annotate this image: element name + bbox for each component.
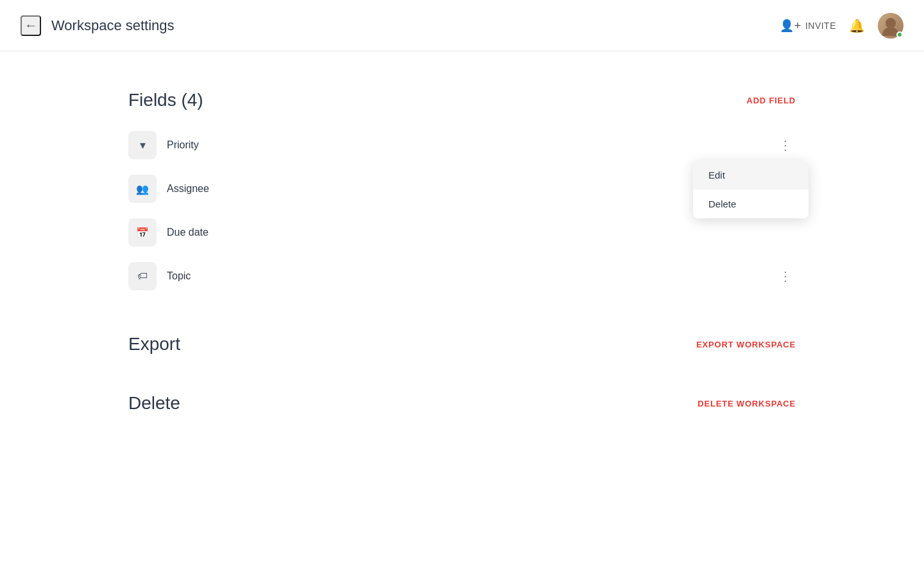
page-title: Workspace settings xyxy=(51,17,175,34)
topic-more-button[interactable]: ⋮ xyxy=(775,266,796,286)
assignee-icon-wrap: 👥 xyxy=(128,175,157,203)
calendar-icon: 📅 xyxy=(136,227,149,239)
priority-icon-wrap: ▾ xyxy=(128,131,157,159)
field-row-priority: ▾ Priority ⋮ Edit Delete xyxy=(128,126,796,164)
notification-bell-icon[interactable]: 🔔 xyxy=(849,18,865,33)
invite-button[interactable]: 👤+ INVITE xyxy=(780,19,836,33)
delete-workspace-button[interactable]: DELETE WORKSPACE xyxy=(697,399,796,408)
due-date-icon-wrap: 📅 xyxy=(128,218,157,247)
header: ← Workspace settings 👤+ INVITE 🔔 xyxy=(0,0,924,51)
export-section: Export EXPORT WORKSPACE xyxy=(128,334,796,355)
assignee-icon: 👥 xyxy=(136,183,149,195)
fields-section-title: Fields (4) xyxy=(128,90,203,110)
back-button[interactable]: ← xyxy=(21,15,41,36)
delete-section-title: Delete xyxy=(128,393,180,414)
topic-field-name: Topic xyxy=(167,270,191,282)
fields-section: Fields (4) ADD FIELD ▾ Priority ⋮ Edit D… xyxy=(128,90,796,295)
edit-menu-item[interactable]: Edit xyxy=(693,161,809,189)
person-add-icon: 👤+ xyxy=(780,19,801,33)
avatar-container[interactable] xyxy=(878,13,903,39)
export-section-header: Export EXPORT WORKSPACE xyxy=(128,334,796,355)
field-row-due-date: 📅 Due date xyxy=(128,213,796,252)
delete-section-header: Delete DELETE WORKSPACE xyxy=(128,393,796,414)
tag-icon: 🏷 xyxy=(137,270,148,282)
delete-menu-item[interactable]: Delete xyxy=(693,189,809,218)
invite-label: INVITE xyxy=(805,21,836,31)
field-left-assignee: 👥 Assignee xyxy=(128,175,209,203)
priority-menu-container: ⋮ Edit Delete xyxy=(775,135,796,155)
fields-section-header: Fields (4) ADD FIELD xyxy=(128,90,796,110)
online-status-dot xyxy=(896,31,903,38)
priority-more-button[interactable]: ⋮ xyxy=(775,135,796,155)
back-arrow-icon: ← xyxy=(24,18,37,33)
header-left: ← Workspace settings xyxy=(21,15,175,36)
assignee-field-name: Assignee xyxy=(167,183,209,195)
priority-field-name: Priority xyxy=(167,139,199,151)
header-right: 👤+ INVITE 🔔 xyxy=(780,13,903,39)
field-left-due-date: 📅 Due date xyxy=(128,218,209,247)
priority-icon: ▾ xyxy=(140,138,146,152)
priority-dropdown-menu: Edit Delete xyxy=(693,161,809,218)
field-row-topic: 🏷 Topic ⋮ xyxy=(128,257,796,295)
topic-icon-wrap: 🏷 xyxy=(128,262,157,290)
export-section-title: Export xyxy=(128,334,180,355)
due-date-field-name: Due date xyxy=(167,227,209,238)
field-left-topic: 🏷 Topic xyxy=(128,262,191,290)
main-content: Fields (4) ADD FIELD ▾ Priority ⋮ Edit D… xyxy=(0,51,924,491)
export-workspace-button[interactable]: EXPORT WORKSPACE xyxy=(696,340,796,349)
delete-section: Delete DELETE WORKSPACE xyxy=(128,393,796,414)
add-field-button[interactable]: ADD FIELD xyxy=(746,96,796,105)
field-left-priority: ▾ Priority xyxy=(128,131,199,159)
